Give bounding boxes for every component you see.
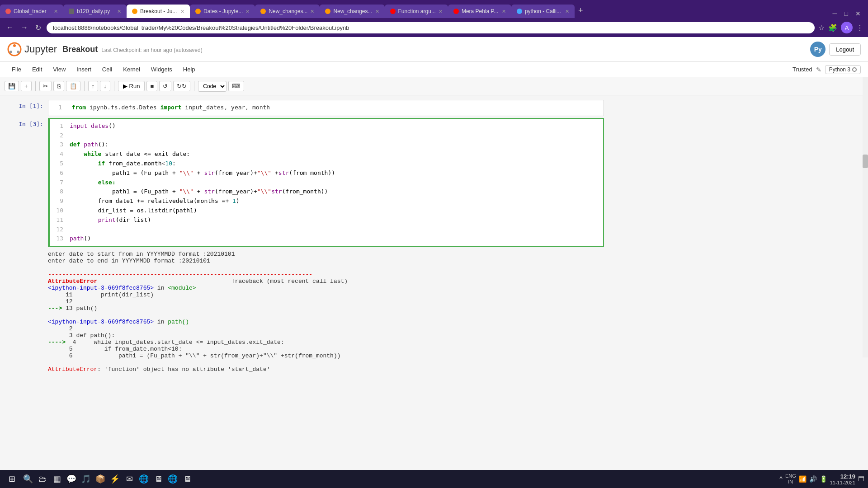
terminal-button[interactable]: 🖥 (152, 473, 165, 485)
color-globe-button[interactable]: 🌐 (166, 473, 179, 485)
traceback-header: Traceback (most recent call last) (97, 278, 348, 285)
tab-new-changes2[interactable]: New_changes... ✕ (320, 5, 384, 18)
cut-cell-button[interactable]: ✂ (39, 81, 52, 91)
cell-ref-link2[interactable]: <ipython-input-3-669f8fec8765> (48, 319, 154, 325)
monitor-button[interactable]: 🖥 (181, 473, 193, 485)
notebook-name[interactable]: Breakout (62, 45, 98, 54)
lang-indicator[interactable]: ENGIN (785, 473, 796, 485)
tab-close-btn[interactable]: ✕ (439, 9, 443, 14)
tab-b120[interactable]: b120_daily.py ✕ (63, 5, 127, 18)
cell-1-code[interactable]: 1 from ipynb.fs.defs.Dates import input_… (48, 100, 604, 116)
cell-type-select[interactable]: Code (198, 81, 226, 92)
move-down-button[interactable]: ↓ (100, 81, 110, 91)
menu-view[interactable]: View (48, 64, 70, 75)
scrollbar-thumb[interactable] (863, 155, 868, 168)
tab-close-btn[interactable]: ✕ (54, 9, 58, 14)
tab-python-calli[interactable]: python - Calli... ✕ (511, 5, 575, 18)
run-button[interactable]: ▶ Run (118, 81, 145, 91)
tab-new-changes1[interactable]: New_changes... ✕ (255, 5, 320, 18)
menu-kernel[interactable]: Kernel (118, 64, 145, 75)
tab-breakout[interactable]: Breakout - Ju... ✕ (127, 5, 190, 18)
code-plus2: + (271, 169, 278, 176)
new-tab-button[interactable]: + (575, 6, 587, 15)
logout-button[interactable]: Logout (829, 43, 861, 56)
menu-widgets[interactable]: Widgets (146, 64, 177, 75)
tab-favicon (390, 9, 396, 14)
forward-button[interactable]: → (19, 23, 30, 33)
grid-apps-button[interactable]: ▦ (51, 473, 63, 485)
lightning-button[interactable]: ⚡ (108, 473, 121, 485)
ln5: 5 (55, 159, 63, 169)
menu-file[interactable]: File (7, 64, 26, 75)
cell-2-code[interactable]: 1input_dates() 2 3def path(): 4 while st… (48, 118, 604, 247)
error-path-line1: 2 (48, 325, 604, 332)
paste-cell-button[interactable]: 📋 (66, 81, 80, 91)
minimize-button[interactable]: ─ (830, 9, 840, 18)
svg-point-3 (17, 51, 19, 53)
edit-icon[interactable]: ✎ (816, 66, 821, 73)
code-colon: : (172, 160, 176, 167)
menu-help[interactable]: Help (179, 64, 200, 75)
tab-close-btn[interactable]: ✕ (565, 9, 569, 14)
menu-insert[interactable]: Insert (72, 64, 96, 75)
menu-edit[interactable]: Edit (28, 64, 47, 75)
error-path-line4: 6 path1 = (Fu_path + "\\" + str(from_yea… (48, 352, 604, 359)
restart-button[interactable]: ↺ (159, 81, 171, 91)
add-cell-button[interactable]: + (21, 81, 32, 91)
browser-menu-icon[interactable]: ⋮ (856, 23, 863, 32)
keyword-import: import (160, 104, 182, 111)
kernel-status-dot (852, 67, 857, 72)
maximize-button[interactable]: □ (842, 9, 851, 18)
reload-button[interactable]: ↻ (33, 23, 43, 33)
close-button[interactable]: ✕ (853, 9, 863, 18)
teams-button[interactable]: 💬 (65, 473, 78, 485)
tab-global-trader[interactable]: Global_trader ✕ (0, 5, 63, 18)
tab-mera-pehla[interactable]: Mera Pehla P... ✕ (448, 5, 511, 18)
tab-close-btn[interactable]: ✕ (375, 9, 379, 14)
save-button[interactable]: 💾 (5, 81, 19, 91)
chevron-up-icon[interactable]: ^ (779, 475, 783, 483)
menu-cell[interactable]: Cell (98, 64, 117, 75)
profile-icon[interactable]: A (841, 22, 853, 33)
tab-close-btn[interactable]: ✕ (180, 9, 184, 14)
tab-bar: Global_trader ✕ b120_daily.py ✕ Breakout… (0, 0, 868, 18)
error-message-text: : 'function' object has no attribute 'st… (97, 366, 270, 373)
bookmark-star-icon[interactable]: ☆ (818, 23, 825, 32)
scrollbar-track[interactable] (863, 77, 868, 357)
copy-cell-button[interactable]: ⎘ (53, 81, 64, 91)
mail-button[interactable]: ✉ (123, 473, 136, 485)
tab-function-args[interactable]: Function argu... ✕ (385, 5, 448, 18)
ln3: 3 (55, 140, 63, 150)
restart-run-button[interactable]: ↻↻ (173, 81, 190, 91)
toolbar-separator3 (114, 81, 114, 91)
tab-close-btn[interactable]: ✕ (310, 9, 314, 14)
jupyter-header: Jupyter Breakout Last Checkpoint: an hou… (0, 37, 868, 62)
str2: "\\" (257, 169, 271, 176)
ln9: 9 (55, 197, 63, 206)
move-up-button[interactable]: ↑ (88, 81, 99, 91)
extensions-icon[interactable]: 🧩 (828, 23, 837, 32)
tab-dates[interactable]: Dates - Jupyte... ✕ (190, 5, 255, 18)
dropbox-button[interactable]: 📦 (94, 473, 107, 485)
stop-button[interactable]: ■ (146, 81, 157, 91)
notification-icon[interactable]: 🗔 (858, 475, 864, 483)
error-type: AttributeError (48, 278, 97, 285)
battery-icon[interactable]: 🔋 (820, 475, 827, 483)
taskbar-clock[interactable]: 12:19 11-11-2021 (830, 473, 855, 485)
music-button[interactable]: 🎵 (80, 473, 92, 485)
tab-close-btn[interactable]: ✕ (117, 9, 121, 14)
trusted-badge: Trusted (793, 66, 812, 73)
back-button[interactable]: ← (5, 23, 15, 33)
search-taskbar-button[interactable]: 🔍 (22, 473, 34, 485)
keyboard-shortcuts-button[interactable]: ⌨ (228, 81, 244, 91)
edge-button[interactable]: 🌐 (137, 473, 150, 485)
cell-ref-link1[interactable]: <ipython-input-3-669f8fec8765> (48, 285, 154, 291)
cell-1-marker: In [1]: (7, 100, 48, 116)
wifi-icon[interactable]: 📶 (799, 475, 807, 483)
file-explorer-button[interactable]: 🗁 (36, 473, 49, 485)
address-bar[interactable]: localhost:8888/notebooks/Global_trader/M… (47, 22, 815, 33)
tab-close-btn[interactable]: ✕ (245, 9, 250, 14)
speaker-icon[interactable]: 🔊 (809, 475, 817, 483)
tab-close-btn[interactable]: ✕ (502, 9, 506, 14)
start-button[interactable]: ⊞ (4, 471, 20, 487)
